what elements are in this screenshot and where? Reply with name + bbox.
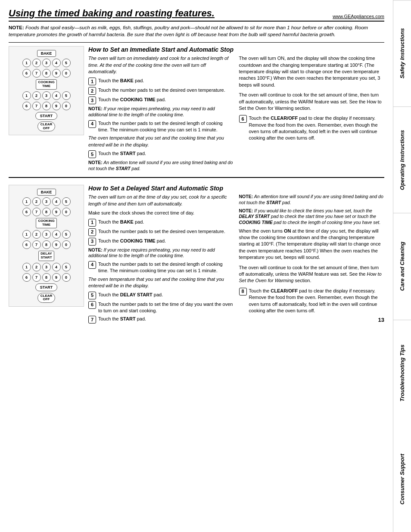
- section2-make-sure: Make sure the clock shows the correct ti…: [88, 210, 234, 216]
- sidebar: Safety Instructions Operating Instructio…: [393, 0, 411, 532]
- step-text-6: Touch the CLEAR/OFF pad to clear the dis…: [249, 115, 385, 142]
- oven2-row-2a: 1 2 3 4 5: [22, 230, 71, 239]
- section2-intro: The oven will turn on at the time of day…: [88, 194, 234, 207]
- cooking-time-btn-1: COOKINGTIME: [36, 79, 56, 90]
- step-text-1: Touch the BAKE pad.: [98, 78, 234, 84]
- section1-steps-container: The oven will turn on immediately and co…: [88, 55, 384, 174]
- section2-right-p2: The oven will continue to cook for the s…: [239, 264, 385, 284]
- num-7: 7: [32, 69, 41, 78]
- step-num-4: 4: [88, 120, 96, 128]
- step-num-5: 5: [88, 150, 96, 158]
- num-7b: 7: [32, 102, 41, 110]
- bake-button-2: BAKE: [37, 189, 56, 196]
- step1-end-note: NOTE: An attention tone will sound if yo…: [88, 160, 234, 171]
- section2: BAKE 1 2 3 4 5 6 7 8 9 0 COOKINGTIME: [9, 181, 384, 325]
- section2-steps-container: The oven will turn on at the time of day…: [88, 194, 384, 325]
- note-label: NOTE:: [9, 25, 24, 30]
- step1-6: 6 Touch the CLEAR/OFF pad to clear the d…: [239, 115, 385, 142]
- section2-right-p1: When the oven turns ON at the time of da…: [239, 228, 385, 261]
- section2-left: BAKE 1 2 3 4 5 6 7 8 9 0 COOKINGTIME: [9, 185, 88, 325]
- section1-left: BAKE 1 2 3 4 5 6 7 8 9 0 COOKINGTIME: [9, 46, 88, 174]
- section1-steps-left: The oven will turn on immediately and co…: [88, 55, 234, 174]
- num-1b: 1: [22, 91, 31, 100]
- num-0: 0: [62, 69, 71, 78]
- step1-2: 2 Touch the number pads to set the desir…: [88, 87, 234, 95]
- num-6b: 6: [22, 102, 31, 110]
- num-1: 1: [22, 59, 31, 67]
- section2-right: How to Set a Delayed Start and Automatic…: [88, 185, 384, 325]
- page-title: Using the timed baking and roasting feat…: [9, 8, 215, 19]
- num-2b: 2: [32, 91, 41, 100]
- display-note-1: The oven temperature that you set and th…: [88, 135, 234, 148]
- num-9b: 9: [52, 102, 61, 110]
- delay-start-btn: DELAYSTART: [38, 251, 54, 261]
- step-num-6: 6: [239, 115, 247, 123]
- sidebar-troubleshooting: Troubleshooting Tips: [393, 320, 411, 426]
- section1-steps-right: The oven will turn ON, and the display w…: [239, 55, 385, 174]
- num-4b: 4: [52, 91, 61, 100]
- section1-right-p2: The oven will continue to cook for the s…: [239, 92, 385, 112]
- note-text: Foods that spoil easily—such as milk, eg…: [9, 25, 368, 37]
- start-btn-2: START: [35, 283, 57, 291]
- section-divider: [9, 177, 384, 178]
- page-url: www.GEAppliances.com: [333, 14, 384, 19]
- step2-3: 3 Touch the COOKING TIME pad.: [88, 238, 234, 246]
- sidebar-consumer: Consumer Support: [393, 426, 411, 532]
- step-num-1: 1: [88, 78, 96, 85]
- page-number: 13: [239, 316, 385, 324]
- bake-button-1: BAKE: [37, 50, 56, 57]
- step-text-2: Touch the number pads to set the desired…: [98, 87, 234, 93]
- num-8b: 8: [42, 102, 51, 110]
- step2-6: 6 Touch the number pads to set the time …: [88, 301, 234, 314]
- oven-row-1c: 1 2 3 4 5: [22, 91, 71, 100]
- step2-8: 8 Touch the CLEAR/OFF pad to clear the d…: [239, 288, 385, 314]
- section1-right-p1: The oven will turn ON, and the display w…: [239, 55, 385, 88]
- start-btn-1: START: [35, 112, 57, 120]
- section1-right: How to Set an Immediate Start and Automa…: [88, 46, 384, 174]
- step1-3: 3 Touch the COOKING TIME pad.: [88, 96, 234, 104]
- num-6: 6: [22, 69, 31, 78]
- top-note: NOTE: Foods that spoil easily—such as mi…: [9, 24, 384, 38]
- section2-right-note2: NOTE: If you would like to check the tim…: [239, 208, 385, 226]
- num-2: 2: [32, 59, 41, 67]
- num-5b: 5: [62, 91, 71, 100]
- num-8: 8: [42, 69, 51, 78]
- step-text-3: Touch the COOKING TIME pad.: [98, 96, 234, 103]
- oven2-row-3a: 1 2 3 4 5: [22, 263, 71, 271]
- oven2-row-1a: 1 2 3 4 5: [22, 197, 71, 206]
- num-5: 5: [62, 59, 71, 67]
- step1-note1: NOTE: If your recipe requires preheating…: [88, 106, 234, 118]
- oven-diagram-1: BAKE 1 2 3 4 5 6 7 8 9 0 COOKINGTIME: [9, 46, 84, 135]
- step2-2: 2 Touch the number pads to set the desir…: [88, 228, 234, 236]
- page-title-bar: Using the timed baking and roasting feat…: [9, 8, 384, 22]
- step2-note1: NOTE: If your recipe requires preheating…: [88, 247, 234, 259]
- step1-1: 1 Touch the BAKE pad.: [88, 78, 234, 85]
- num-3b: 3: [42, 91, 51, 100]
- section2-steps-right: NOTE: An attention tone will sound if yo…: [239, 194, 385, 325]
- step-text-5: Touch the START pad.: [98, 150, 234, 157]
- num-0b: 0: [62, 102, 71, 110]
- section1-header: How to Set an Immediate Start and Automa…: [88, 46, 384, 53]
- section2-right-note1: NOTE: An attention tone will sound if yo…: [239, 194, 385, 205]
- clear-btn-2: CLEAROFF: [37, 293, 56, 303]
- section1: BAKE 1 2 3 4 5 6 7 8 9 0 COOKINGTIME: [9, 42, 384, 174]
- num-9: 9: [52, 69, 61, 78]
- step-num-3: 3: [88, 96, 96, 104]
- num-3: 3: [42, 59, 51, 67]
- sidebar-care: Care and Cleaning: [393, 213, 411, 319]
- step1-4: 4 Touch the number pads to set the desir…: [88, 120, 234, 134]
- section2-header: How to Set a Delayed Start and Automatic…: [88, 185, 384, 192]
- oven-row-1d: 6 7 8 9 0: [22, 102, 71, 110]
- step2-5: 5 Touch the DELAY START pad.: [88, 292, 234, 299]
- oven2-row-1b: 6 7 8 9 0: [22, 208, 71, 216]
- oven-row-1b: 6 7 8 9 0: [22, 69, 71, 78]
- step2-7: 7 Touch the START pad.: [88, 316, 234, 324]
- section2-steps-left: The oven will turn on at the time of day…: [88, 194, 234, 325]
- cooking-time-btn-2: COOKINGTIME: [36, 218, 56, 228]
- step2-4: 4 Touch the number pads to set the desir…: [88, 261, 234, 274]
- oven2-row-3b: 6 7 8 9 0: [22, 273, 71, 282]
- oven-diagram-2: BAKE 1 2 3 4 5 6 7 8 9 0 COOKINGTIME: [9, 185, 84, 307]
- display-note-2: The oven temperature that you set and th…: [88, 276, 234, 289]
- section1-intro: The oven will turn on immediately and co…: [88, 55, 234, 75]
- num-4: 4: [52, 59, 61, 67]
